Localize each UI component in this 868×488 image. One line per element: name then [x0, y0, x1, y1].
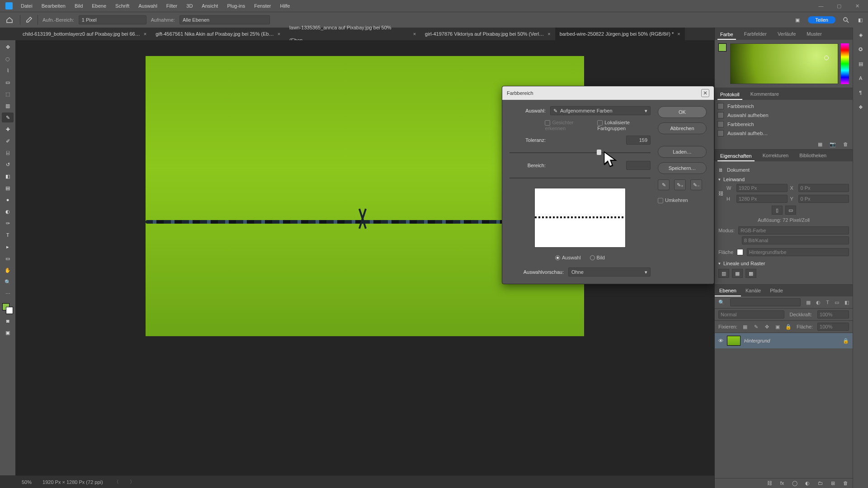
menu-hilfe[interactable]: Hilfe — [275, 0, 294, 12]
cancel-button[interactable]: Abbrechen — [658, 122, 707, 134]
fg-swatch[interactable] — [718, 43, 726, 52]
tab-close-icon[interactable]: × — [413, 28, 416, 40]
canvas-section-toggle[interactable]: ▾Leinwand — [718, 177, 849, 182]
home-button[interactable] — [4, 14, 15, 26]
menu-plug-ins[interactable]: Plug-ins — [222, 0, 250, 12]
filter-type-icon[interactable]: T — [826, 300, 829, 305]
dialog-titlebar[interactable]: Farbbereich ✕ — [502, 86, 714, 100]
panel-tab-kanäle[interactable]: Kanäle — [741, 285, 765, 296]
pen-tool[interactable]: ✑ — [2, 218, 14, 228]
layer-lock-icon[interactable]: 🔒 — [843, 338, 849, 344]
selection-preview-dropdown[interactable]: Ohne▾ — [568, 267, 651, 277]
document-tab[interactable]: lawn-1335365_annca auf Pixabay.jpg bei 5… — [285, 28, 420, 40]
cloud-docs-icon[interactable]: ▣ — [793, 16, 802, 24]
ruler-button-3[interactable]: ▩ — [745, 269, 756, 278]
tolerance-input[interactable]: 159 — [626, 136, 651, 145]
orientation-portrait-button[interactable]: ▯ — [772, 206, 783, 215]
status-arrow-right[interactable]: 〉 — [130, 479, 135, 485]
zoom-tool[interactable]: 🔍 — [2, 277, 14, 287]
group-icon[interactable]: 🗀 — [816, 480, 824, 486]
invert-checkbox[interactable] — [658, 198, 663, 203]
history-brush-tool[interactable]: ↺ — [2, 160, 14, 169]
load-button[interactable]: Laden… — [658, 146, 707, 158]
layer-fill-input[interactable]: 100% — [817, 323, 849, 331]
visibility-toggle-icon[interactable]: 👁 — [718, 338, 723, 343]
color-picker[interactable] — [718, 43, 849, 84]
layer-search-icon[interactable]: 🔍 — [718, 300, 725, 305]
eyedropper-tool[interactable]: ✎ — [2, 113, 14, 122]
history-state[interactable]: Auswahl aufheben — [715, 111, 853, 120]
dodge-tool[interactable]: ◐ — [2, 206, 14, 216]
tab-close-icon[interactable]: × — [144, 28, 146, 40]
history-state[interactable]: Farbbereich — [715, 102, 853, 111]
eyedropper-tool-icon[interactable] — [25, 16, 33, 24]
height-input[interactable]: 1280 Px — [736, 195, 788, 203]
bit-depth-select[interactable]: 8 Bit/Kanal — [742, 236, 849, 244]
path-select-tool[interactable]: ▸ — [2, 242, 14, 252]
rulers-section-toggle[interactable]: ▾Lineale und Raster — [718, 261, 849, 266]
strip-icon-2[interactable]: ✪ — [856, 45, 865, 54]
panel-tab-kommentare[interactable]: Kommentare — [748, 88, 782, 100]
orientation-landscape-button[interactable]: ▭ — [785, 206, 796, 215]
adjustment-layer-icon[interactable]: ◐ — [804, 480, 811, 486]
menu-schrift[interactable]: Schrift — [111, 0, 134, 12]
gradient-tool[interactable]: ▤ — [2, 183, 14, 193]
strip-icon-6[interactable]: ❖ — [856, 103, 865, 112]
menu-3d[interactable]: 3D — [182, 0, 197, 12]
history-state[interactable]: Farbbereich — [715, 120, 853, 129]
strip-icon-5[interactable]: ¶ — [856, 88, 865, 97]
panel-tab-ebenen[interactable]: Ebenen — [715, 285, 741, 296]
layer-filter-select[interactable] — [730, 298, 801, 306]
sample-size-select[interactable]: 1 Pixel — [79, 15, 146, 24]
filter-pixel-icon[interactable]: ▦ — [806, 300, 811, 305]
panel-tab-korrekturen[interactable]: Korrekturen — [760, 150, 791, 161]
brush-tool[interactable]: ✐ — [2, 136, 14, 146]
color-field[interactable] — [730, 43, 838, 84]
eyedropper-sample-button[interactable]: ✎ — [658, 179, 670, 190]
object-select-tool[interactable]: ▭ — [2, 77, 14, 87]
lasso-tool[interactable]: ⌇ — [2, 66, 14, 75]
ruler-button-1[interactable]: ▥ — [718, 269, 729, 278]
x-input[interactable]: 0 Px — [798, 184, 849, 192]
color-mode-select[interactable]: RGB-Farbe — [738, 226, 849, 235]
panel-tab-protokoll[interactable]: Protokoll — [717, 89, 742, 100]
strip-icon-1[interactable]: ◈ — [856, 30, 865, 39]
document-tab[interactable]: girl-4197876 Viktoriya auf Pixabay.jpg b… — [420, 28, 555, 40]
menu-bild[interactable]: Bild — [70, 0, 87, 12]
lock-pixels-icon[interactable]: ▦ — [742, 324, 748, 330]
ok-button[interactable]: OK — [658, 106, 707, 118]
document-tab[interactable]: barbed-wire-250822 Jürgen.jpg bei 50% (R… — [555, 28, 685, 40]
tab-close-icon[interactable]: × — [547, 28, 550, 40]
select-method-dropdown[interactable]: ✎Aufgenommene Farben▾ — [550, 106, 651, 115]
document-tab[interactable]: gift-4567561 Nika Akin auf Pixabay.jpg b… — [151, 28, 285, 40]
preview-mode-selection-radio[interactable]: Auswahl — [555, 255, 581, 260]
history-state[interactable]: Auswahl aufheb… — [715, 129, 853, 138]
create-doc-from-state-icon[interactable]: ▦ — [816, 141, 824, 147]
sample-layers-select[interactable]: Alle Ebenen — [179, 15, 270, 24]
screen-mode-button[interactable]: ▣ — [2, 328, 14, 338]
delete-state-icon[interactable]: 🗑 — [842, 141, 849, 147]
window-minimize-button[interactable]: — — [812, 0, 830, 12]
stamp-tool[interactable]: ⌸ — [2, 148, 14, 158]
eyedropper-add-button[interactable]: ✎₊ — [674, 179, 686, 190]
eraser-tool[interactable]: ◧ — [2, 171, 14, 181]
panel-tab-farbe[interactable]: Farbe — [717, 28, 736, 40]
opacity-input[interactable]: 100% — [817, 310, 849, 319]
type-tool[interactable]: T — [2, 230, 14, 240]
lock-artboard-icon[interactable]: ▣ — [774, 324, 781, 330]
menu-bearbeiten[interactable]: Bearbeiten — [37, 0, 70, 12]
eyedropper-subtract-button[interactable]: ✎₋ — [690, 179, 702, 190]
zoom-level[interactable]: 50% — [22, 479, 32, 485]
blend-mode-select[interactable]: Normal — [718, 310, 784, 319]
link-wh-icon[interactable]: ⛓ — [718, 191, 724, 196]
filter-shape-icon[interactable]: ▭ — [835, 300, 839, 305]
panel-tab-farbfelder[interactable]: Farbfelder — [741, 28, 769, 40]
menu-datei[interactable]: Datei — [16, 0, 37, 12]
snapshot-icon[interactable]: 📷 — [829, 141, 836, 147]
filter-smart-icon[interactable]: ◧ — [844, 300, 849, 305]
edit-toolbar-button[interactable]: ⋯ — [2, 289, 14, 299]
marquee-tool[interactable]: ◌ — [2, 54, 14, 64]
frame-tool[interactable]: ▥ — [2, 101, 14, 111]
layer-mask-icon[interactable]: ◯ — [791, 480, 798, 486]
menu-fenster[interactable]: Fenster — [250, 0, 275, 12]
